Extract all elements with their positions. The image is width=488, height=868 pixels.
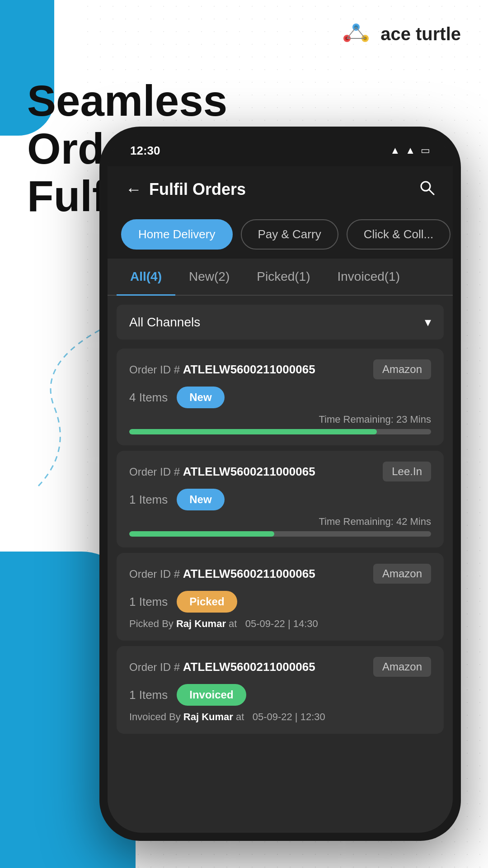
order-id-label-2: Order ID # ATLELW5600211000065 (129, 465, 315, 479)
order-id-value-4: ATLELW5600211000065 (183, 660, 315, 674)
status-icons: ▲ ▲ ▭ (390, 145, 430, 156)
tab-picked[interactable]: Picked(1) (243, 259, 324, 295)
tab-pay-carry[interactable]: Pay & Carry (241, 219, 338, 250)
logo-text: ace turtle (380, 24, 461, 44)
status-tabs: All(4) New(2) Picked(1) Invoiced(1) (108, 259, 453, 296)
order-header-4: Order ID # ATLELW5600211000065 Amazon (129, 657, 431, 677)
items-count-2: 1 Items (129, 493, 168, 507)
tab-click-collect[interactable]: Click & Coll... (347, 219, 451, 250)
chevron-down-icon: ▾ (425, 315, 431, 330)
channel-badge-3: Amazon (373, 564, 431, 584)
status-badge-1: New (177, 387, 224, 408)
search-button[interactable] (418, 179, 435, 199)
phone-outer: 12:30 ▲ ▲ ▭ ← Fulfil Orders (99, 127, 461, 841)
order-id-label-3: Order ID # ATLELW5600211000065 (129, 567, 315, 581)
orders-list: Order ID # ATLELW5600211000065 Amazon 4 … (108, 344, 453, 833)
time-remaining-2: Time Remaining: 42 Mins (129, 516, 431, 528)
status-time: 12:30 (130, 144, 160, 158)
order-id-value-3: ATLELW5600211000065 (183, 567, 315, 580)
status-badge-3: Picked (177, 591, 237, 613)
back-button[interactable]: ← (126, 180, 142, 199)
channel-badge-1: Amazon (373, 359, 431, 379)
order-row-3: 1 Items Picked (129, 591, 431, 613)
channel-badge-4: Amazon (373, 657, 431, 677)
tab-all[interactable]: All(4) (117, 259, 175, 295)
svg-line-6 (347, 27, 356, 38)
order-row-1: 4 Items New (129, 387, 431, 408)
filter-tabs: Home Delivery Pay & Carry Click & Coll..… (108, 212, 453, 259)
order-card-4[interactable]: Order ID # ATLELW5600211000065 Amazon 1 … (117, 646, 444, 734)
tab-invoiced[interactable]: Invoiced(1) (324, 259, 414, 295)
order-id-label-1: Order ID # ATLELW5600211000065 (129, 363, 315, 377)
back-btn-area: ← Fulfil Orders (126, 180, 246, 199)
tab-new[interactable]: New(2) (175, 259, 243, 295)
order-id-value-1: ATLELW5600211000065 (183, 363, 315, 376)
items-count-3: 1 Items (129, 595, 168, 609)
items-count-1: 4 Items (129, 391, 168, 405)
signal-icon: ▲ (405, 145, 415, 156)
order-header-1: Order ID # ATLELW5600211000065 Amazon (129, 359, 431, 379)
tab-home-delivery[interactable]: Home Delivery (121, 219, 233, 250)
order-meta-4: Invoiced By Raj Kumar at 05-09-22 | 12:3… (129, 711, 431, 723)
wifi-icon: ▲ (390, 145, 400, 156)
order-id-label-4: Order ID # ATLELW5600211000065 (129, 660, 315, 674)
order-card-3[interactable]: Order ID # ATLELW5600211000065 Amazon 1 … (117, 553, 444, 641)
progress-bar-fill-2 (129, 531, 274, 537)
logo-icon (338, 18, 374, 50)
phone-inner: 12:30 ▲ ▲ ▭ ← Fulfil Orders (108, 135, 453, 833)
order-card-2[interactable]: Order ID # ATLELW5600211000065 Lee.In 1 … (117, 451, 444, 547)
screen-title: Fulfil Orders (149, 180, 246, 199)
order-row-4: 1 Items Invoiced (129, 684, 431, 706)
app-content: ← Fulfil Orders Home Delivery Pay & Carr… (108, 166, 453, 833)
order-meta-3: Picked By Raj Kumar at 05-09-22 | 14:30 (129, 618, 431, 630)
time-remaining-1: Time Remaining: 23 Mins (129, 414, 431, 425)
progress-bar-fill-1 (129, 429, 377, 434)
svg-line-7 (356, 27, 365, 38)
channel-filter-label: All Channels (129, 315, 200, 330)
order-header-3: Order ID # ATLELW5600211000065 Amazon (129, 564, 431, 584)
order-row-2: 1 Items New (129, 489, 431, 510)
svg-line-10 (429, 190, 434, 194)
top-bar: ← Fulfil Orders (108, 166, 453, 212)
progress-bar-bg-2 (129, 531, 431, 537)
order-header-2: Order ID # ATLELW5600211000065 Lee.In (129, 462, 431, 481)
items-count-4: 1 Items (129, 688, 168, 702)
progress-bar-bg-1 (129, 429, 431, 434)
order-id-value-2: ATLELW5600211000065 (183, 465, 315, 478)
status-badge-2: New (177, 489, 224, 510)
battery-icon: ▭ (421, 145, 430, 156)
status-bar: 12:30 ▲ ▲ ▭ (108, 135, 453, 166)
channel-badge-2: Lee.In (383, 462, 431, 481)
phone-mockup: 12:30 ▲ ▲ ▭ ← Fulfil Orders (99, 127, 461, 841)
status-badge-4: Invoiced (177, 684, 246, 706)
logo-area: ace turtle (27, 18, 461, 50)
order-card-1[interactable]: Order ID # ATLELW5600211000065 Amazon 4 … (117, 349, 444, 445)
channel-filter[interactable]: All Channels ▾ (117, 305, 444, 340)
